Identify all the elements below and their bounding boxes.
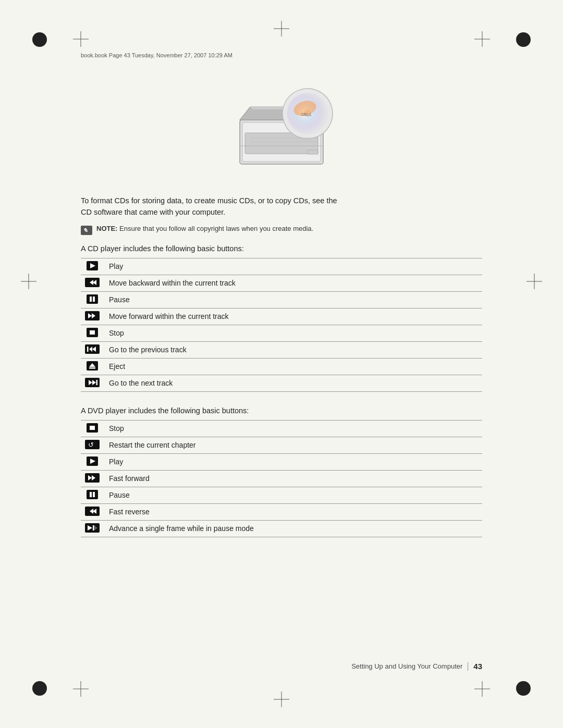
button-icon-cell bbox=[81, 487, 105, 503]
svg-rect-21 bbox=[87, 294, 98, 304]
button-label: Advance a single frame while in pause mo… bbox=[105, 520, 482, 537]
svg-rect-28 bbox=[90, 330, 95, 335]
button-icon-cell bbox=[81, 503, 105, 520]
button-label: Go to the next track bbox=[105, 375, 482, 391]
table-row: Fast forward bbox=[81, 470, 482, 487]
svg-rect-41 bbox=[90, 426, 95, 430]
svg-rect-51 bbox=[93, 492, 95, 497]
button-label: Restart the current chapter bbox=[105, 437, 482, 453]
header-info: book.book Page 43 Tuesday, November 27, … bbox=[81, 52, 232, 58]
footer-page-number: 43 bbox=[473, 662, 482, 671]
button-label: Play bbox=[105, 258, 482, 275]
svg-rect-30 bbox=[87, 347, 89, 352]
button-label: Fast forward bbox=[105, 470, 482, 487]
table-row: Pause bbox=[81, 487, 482, 503]
cd-buttons-table: Play Move backward within the current tr… bbox=[81, 258, 482, 392]
button-icon-cell: ↺ bbox=[81, 437, 105, 453]
button-icon-cell bbox=[81, 453, 105, 470]
corner-circle-tl bbox=[32, 32, 47, 47]
footer-text: Setting Up and Using Your Computer bbox=[351, 662, 462, 670]
table-row: Play bbox=[81, 453, 482, 470]
table-row: Play bbox=[81, 258, 482, 275]
table-row: ↺ Restart the current chapter bbox=[81, 437, 482, 453]
button-icon-cell bbox=[81, 358, 105, 375]
button-label: Pause bbox=[105, 291, 482, 308]
button-icon-cell bbox=[81, 420, 105, 437]
cd-drive-svg: DELL bbox=[209, 73, 354, 177]
table-row: Move forward within the current track bbox=[81, 308, 482, 325]
table-row: Stop bbox=[81, 420, 482, 437]
cd-drive-image: DELL bbox=[81, 73, 482, 179]
intro-paragraph: To format CDs for storing data, to creat… bbox=[81, 195, 482, 218]
svg-rect-35 bbox=[89, 367, 95, 369]
button-icon-cell bbox=[81, 470, 105, 487]
svg-text:DELL: DELL bbox=[301, 112, 312, 117]
button-icon-cell bbox=[81, 341, 105, 358]
svg-rect-49 bbox=[87, 490, 98, 499]
button-icon-cell bbox=[81, 258, 105, 275]
footer-divider bbox=[468, 662, 468, 671]
table-row: Eject bbox=[81, 358, 482, 375]
cd-section-heading: A CD player includes the following basic… bbox=[81, 244, 482, 253]
corner-circle-br bbox=[516, 681, 531, 696]
svg-rect-50 bbox=[90, 492, 92, 497]
svg-rect-13 bbox=[308, 150, 318, 154]
dvd-buttons-table: Stop ↺ Restart the current chapter Play … bbox=[81, 420, 482, 537]
svg-rect-23 bbox=[93, 297, 95, 302]
table-row: Go to the previous track bbox=[81, 341, 482, 358]
corner-circle-bl bbox=[32, 681, 47, 696]
note-box: ✎ NOTE: Ensure that you follow all copyr… bbox=[81, 225, 482, 237]
button-icon-cell bbox=[81, 375, 105, 391]
note-text: NOTE: Ensure that you follow all copyrig… bbox=[96, 225, 313, 232]
svg-rect-22 bbox=[90, 297, 92, 302]
button-icon-cell bbox=[81, 520, 105, 537]
button-label: Eject bbox=[105, 358, 482, 375]
button-icon-cell bbox=[81, 275, 105, 291]
button-icon-cell bbox=[81, 308, 105, 325]
note-icon: ✎ bbox=[81, 226, 92, 237]
svg-text:✎: ✎ bbox=[83, 227, 88, 233]
svg-text:↺: ↺ bbox=[88, 441, 94, 449]
svg-rect-39 bbox=[96, 380, 98, 385]
table-row: Fast reverse bbox=[81, 503, 482, 520]
content-area: DELL To format CDs for storing dat bbox=[81, 68, 482, 660]
table-row: Stop bbox=[81, 325, 482, 341]
button-label: Move forward within the current track bbox=[105, 308, 482, 325]
button-label: Stop bbox=[105, 325, 482, 341]
button-label: Play bbox=[105, 453, 482, 470]
button-label: Pause bbox=[105, 487, 482, 503]
button-label: Stop bbox=[105, 420, 482, 437]
button-label: Move backward within the current track bbox=[105, 275, 482, 291]
button-label: Go to the previous track bbox=[105, 341, 482, 358]
button-label: Fast reverse bbox=[105, 503, 482, 520]
table-row: Advance a single frame while in pause mo… bbox=[81, 520, 482, 537]
table-row: Move backward within the current track bbox=[81, 275, 482, 291]
table-row: Pause bbox=[81, 291, 482, 308]
footer: Setting Up and Using Your Computer 43 bbox=[81, 662, 482, 671]
button-icon-cell bbox=[81, 325, 105, 341]
corner-circle-tr bbox=[516, 32, 531, 47]
button-icon-cell bbox=[81, 291, 105, 308]
page: book.book Page 43 Tuesday, November 27, … bbox=[0, 0, 563, 728]
svg-rect-57 bbox=[93, 525, 94, 530]
dvd-section-heading: A DVD player includes the following basi… bbox=[81, 406, 482, 415]
table-row: Go to the next track bbox=[81, 375, 482, 391]
